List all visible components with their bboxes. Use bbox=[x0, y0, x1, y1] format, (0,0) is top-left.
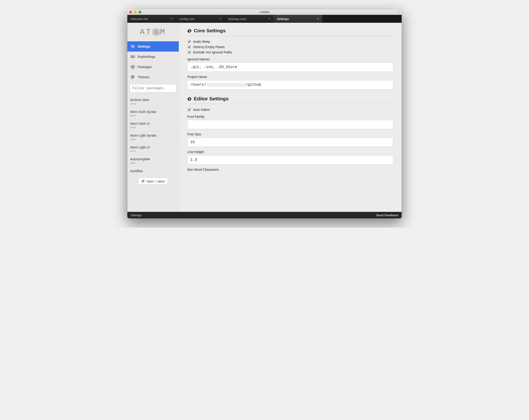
checkbox-label: Auto Indent bbox=[193, 108, 210, 112]
path-prefix: /Users/ bbox=[190, 83, 206, 87]
logo-text: M bbox=[160, 28, 166, 37]
editor-settings-heading: Editor Settings bbox=[187, 96, 393, 104]
checkbox-label: Audio Beep bbox=[193, 40, 210, 43]
filter-packages-input[interactable] bbox=[130, 84, 176, 92]
package-name: Atom Dark Syntax bbox=[130, 110, 176, 114]
list-item[interactable]: Atom Dark Syntax atom bbox=[130, 108, 176, 119]
tab-settings[interactable]: Settings × bbox=[274, 15, 323, 23]
sidebar-nav: Settings Keybindings Packages bbox=[127, 41, 179, 82]
list-item[interactable]: Archive View atom bbox=[130, 96, 176, 108]
atom-logo: AT M bbox=[127, 23, 179, 41]
tab-label: keymap.cson bbox=[228, 17, 246, 21]
list-item[interactable]: Atom Light Syntax atom bbox=[130, 131, 176, 143]
list-item[interactable]: Autoflow bbox=[130, 167, 176, 176]
field-ignored-names: Ignored Names bbox=[187, 57, 393, 72]
fullscreen-icon[interactable] bbox=[397, 10, 400, 13]
palette-icon bbox=[131, 75, 135, 79]
open-atom-folder-button[interactable]: Open ~/.atom bbox=[138, 178, 168, 185]
field-non-word-characters: Non Word Characters bbox=[187, 168, 393, 171]
logo-text: AT bbox=[140, 28, 152, 37]
checkbox-label: Destroy Empty Panes bbox=[193, 45, 225, 49]
package-author: atom bbox=[130, 126, 176, 129]
checkbox-label: Exclude Vcs Ignored Paths bbox=[193, 51, 232, 54]
status-left: Settings bbox=[131, 214, 142, 217]
font-size-input[interactable] bbox=[187, 138, 393, 147]
core-settings-heading: Core Settings bbox=[187, 28, 393, 36]
gear-icon bbox=[187, 29, 192, 33]
tab-bar: welcome.md × config.cson × keymap.cson ×… bbox=[127, 15, 402, 23]
field-label: Non Word Characters bbox=[187, 168, 393, 171]
checkbox-icon bbox=[187, 40, 191, 43]
field-label: Ignored Names bbox=[187, 57, 393, 61]
package-name: Atom Dark Ui bbox=[130, 122, 176, 126]
svg-rect-4 bbox=[131, 56, 134, 58]
keyboard-icon bbox=[131, 55, 135, 59]
nav-label: Packages bbox=[138, 65, 152, 69]
field-label: Font Family bbox=[187, 115, 393, 118]
package-name: Autoflow bbox=[130, 169, 176, 173]
close-icon[interactable]: × bbox=[268, 17, 270, 21]
path-suffix: /github bbox=[245, 83, 261, 87]
tab-label: config.cson bbox=[179, 17, 195, 21]
list-item[interactable]: Atom Dark Ui atom bbox=[130, 119, 176, 131]
nav-label: Themes bbox=[138, 75, 149, 79]
tab-bar-empty bbox=[323, 15, 402, 23]
tab-config[interactable]: config.cson × bbox=[176, 15, 225, 23]
gear-icon bbox=[187, 97, 192, 101]
package-name: Archive View bbox=[130, 98, 176, 102]
atom-icon bbox=[151, 27, 161, 37]
titlebar: untitled bbox=[127, 9, 402, 15]
close-icon[interactable]: × bbox=[317, 17, 319, 21]
svg-point-5 bbox=[132, 77, 132, 77]
close-icon[interactable]: × bbox=[171, 17, 173, 21]
checkbox-auto-indent[interactable]: Auto Indent bbox=[187, 108, 393, 112]
list-item[interactable]: Autocomplete atom bbox=[130, 155, 176, 167]
section-title: Editor Settings bbox=[194, 96, 228, 102]
nav-label: Settings bbox=[138, 45, 150, 48]
checkbox-audio-beep[interactable]: Audio Beep bbox=[187, 40, 393, 43]
sliders-icon bbox=[131, 44, 135, 49]
redacted-segment bbox=[206, 83, 245, 87]
ignored-names-input[interactable] bbox=[187, 63, 393, 72]
sidebar-item-settings[interactable]: Settings bbox=[127, 41, 179, 51]
tab-label: Settings bbox=[277, 17, 289, 21]
send-feedback-link[interactable]: Send Feedback bbox=[376, 214, 398, 217]
field-label: Line Height bbox=[187, 150, 393, 154]
package-author: atom bbox=[130, 150, 176, 153]
checkbox-destroy-empty-panes[interactable]: Destroy Empty Panes bbox=[187, 45, 393, 49]
field-project-home: Project Home /Users/ /github bbox=[187, 75, 393, 89]
package-icon bbox=[131, 65, 135, 69]
checkbox-icon bbox=[187, 51, 191, 54]
package-name: Atom Light Ui bbox=[130, 145, 176, 149]
sidebar-item-themes[interactable]: Themes bbox=[127, 72, 179, 82]
package-author: atom bbox=[130, 161, 176, 164]
checkbox-icon bbox=[187, 108, 191, 112]
sidebar-item-packages[interactable]: Packages bbox=[127, 62, 179, 72]
sidebar-item-keybindings[interactable]: Keybindings bbox=[127, 51, 179, 62]
settings-sidebar: AT M Settings bbox=[127, 23, 179, 212]
checkbox-exclude-vcs[interactable]: Exclude Vcs Ignored Paths bbox=[187, 51, 393, 54]
line-height-input[interactable] bbox=[187, 155, 393, 165]
project-home-input[interactable]: /Users/ /github bbox=[187, 80, 393, 89]
settings-panel[interactable]: Core Settings Audio Beep Destroy Empty P… bbox=[179, 23, 402, 212]
tab-keymap[interactable]: keymap.cson × bbox=[225, 15, 274, 23]
field-font-size: Font Size bbox=[187, 132, 393, 147]
font-family-input[interactable] bbox=[187, 120, 393, 129]
field-label: Font Size bbox=[187, 132, 393, 136]
package-author: atom bbox=[130, 102, 176, 105]
tab-welcome[interactable]: welcome.md × bbox=[127, 15, 176, 23]
open-atom-folder-wrap: Open ~/.atom bbox=[130, 176, 176, 188]
package-list[interactable]: Archive View atom Atom Dark Syntax atom … bbox=[127, 94, 179, 212]
filter-packages-box bbox=[130, 84, 176, 92]
section-title: Core Settings bbox=[194, 28, 226, 33]
svg-point-3 bbox=[156, 32, 157, 33]
field-font-family: Font Family bbox=[187, 115, 393, 129]
field-line-height: Line Height bbox=[187, 150, 393, 165]
svg-point-7 bbox=[133, 77, 134, 77]
package-author: atom bbox=[130, 114, 176, 117]
list-item[interactable]: Atom Light Ui atom bbox=[130, 143, 176, 155]
package-name: Atom Light Syntax bbox=[130, 134, 176, 137]
checkbox-icon bbox=[187, 45, 191, 49]
app-window: untitled welcome.md × config.cson × keym… bbox=[127, 9, 402, 218]
close-icon[interactable]: × bbox=[219, 17, 222, 21]
